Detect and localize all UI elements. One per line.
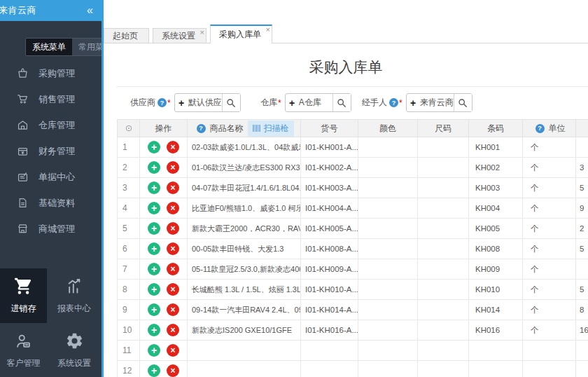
product-name-cell[interactable]: 01-06款汉兰达/凌志ES300 RX300... [188, 158, 301, 178]
delete-row-button[interactable]: × [167, 222, 179, 235]
delete-row-button[interactable]: × [167, 202, 179, 214]
size-cell[interactable] [418, 239, 469, 259]
sidebar-item[interactable]: 销售管理 [0, 86, 102, 112]
add-row-button[interactable]: + [148, 222, 160, 235]
barcode-cell[interactable]: KH004 [469, 198, 523, 219]
document-tab[interactable]: 系统设置 × [153, 28, 206, 43]
delete-row-button[interactable]: × [167, 263, 179, 275]
clipped-value-cell[interactable]: 16 [576, 320, 588, 341]
barcode-cell[interactable]: KH001 [469, 137, 523, 158]
item-code-cell[interactable]: I01-KH014-A... [301, 300, 358, 320]
size-cell[interactable] [418, 280, 469, 300]
product-name-cell[interactable]: 00-05款丰田特锐、大发1.3 [188, 239, 301, 259]
size-cell[interactable] [418, 300, 469, 320]
color-cell[interactable] [358, 239, 418, 259]
color-cell[interactable] [358, 259, 418, 280]
product-name-cell[interactable]: 05-11款皇冠2.5/3.0,新款凌志400/... [188, 259, 301, 280]
sidebar-item[interactable]: 单据中心 [0, 164, 102, 190]
product-name-cell[interactable]: 新款凌志IS200 GXE10/1GFE [188, 320, 301, 341]
size-cell[interactable] [418, 219, 469, 239]
delete-row-button[interactable]: × [167, 141, 179, 153]
add-row-button[interactable]: + [148, 141, 160, 153]
barcode-cell[interactable]: KH016 [469, 320, 523, 341]
color-cell[interactable] [358, 198, 418, 219]
item-code-cell[interactable]: I01-KH008-A... [301, 239, 358, 259]
item-code-cell[interactable]: I01-KH016-A... [301, 320, 358, 341]
unit-cell[interactable]: 个 [523, 320, 576, 341]
color-cell[interactable] [358, 178, 418, 198]
search-button[interactable] [454, 94, 472, 111]
barcode-cell[interactable]: KH003 [469, 178, 523, 198]
add-row-button[interactable]: + [148, 202, 160, 214]
help-icon[interactable]: ? [197, 124, 206, 133]
field-value[interactable]: A仓库 [299, 97, 332, 109]
item-code-cell[interactable]: I01-KH010-A... [301, 280, 358, 300]
barcode-cell[interactable]: KH014 [469, 300, 523, 320]
item-code-cell[interactable]: I01-KH003-A... [301, 178, 358, 198]
color-cell[interactable] [358, 280, 418, 300]
color-cell[interactable] [358, 320, 418, 341]
barcode-cell[interactable] [469, 341, 523, 361]
sidebar-tile[interactable]: 进销存 [0, 268, 47, 323]
add-row-button[interactable]: + [148, 161, 160, 174]
clipped-value-cell[interactable] [576, 137, 588, 158]
unit-cell[interactable]: 个 [523, 300, 576, 320]
document-tab[interactable]: 采购入库单 × [210, 25, 272, 43]
add-row-button[interactable]: + [148, 263, 160, 275]
clipped-value-cell[interactable]: 5 [576, 280, 588, 300]
size-cell[interactable] [418, 137, 469, 158]
help-icon[interactable]: ? [158, 98, 167, 107]
barcode-cell[interactable]: KH008 [469, 239, 523, 259]
unit-cell[interactable] [523, 361, 576, 377]
item-code-cell[interactable]: I01-KH005-A... [301, 219, 358, 239]
size-cell[interactable] [418, 341, 469, 361]
size-cell[interactable] [418, 158, 469, 178]
delete-row-button[interactable]: × [167, 303, 179, 316]
add-row-button[interactable]: + [148, 242, 160, 255]
add-entry-button[interactable]: + [286, 97, 299, 109]
clipped-value-cell[interactable] [576, 259, 588, 280]
help-icon[interactable]: ? [536, 124, 545, 133]
menu-mode-tab[interactable]: 系统菜单 [26, 39, 72, 55]
delete-row-button[interactable]: × [167, 181, 179, 194]
field-value[interactable]: 来肯云商 [420, 97, 454, 109]
color-cell[interactable] [358, 219, 418, 239]
collapse-sidebar-icon[interactable]: « [87, 5, 93, 16]
unit-cell[interactable]: 个 [523, 259, 576, 280]
size-cell[interactable] [418, 198, 469, 219]
size-cell[interactable] [418, 178, 469, 198]
sidebar-tile[interactable]: 系统设置 [47, 323, 102, 377]
close-tab-icon[interactable]: × [200, 29, 204, 36]
product-name-cell[interactable]: 新款大霸王2000，ACR30，RAV4... [188, 219, 301, 239]
close-tab-icon[interactable]: × [266, 26, 270, 34]
color-cell[interactable] [358, 137, 418, 158]
add-row-button[interactable]: + [148, 364, 160, 377]
barcode-cell[interactable]: KH009 [469, 259, 523, 280]
item-code-cell[interactable]: I01-KH009-A... [301, 259, 358, 280]
search-button[interactable] [332, 94, 351, 111]
clipped-value-cell[interactable]: 9 [576, 198, 588, 219]
delete-row-button[interactable]: × [167, 242, 179, 255]
clipped-value-cell[interactable]: 8 [576, 300, 588, 320]
unit-cell[interactable]: 个 [523, 280, 576, 300]
item-code-cell[interactable] [301, 361, 358, 377]
unit-cell[interactable]: 个 [523, 158, 576, 178]
product-name-cell[interactable]: 02-03款威姿1.0L/1.3L、04款威乐... [188, 137, 301, 158]
barcode-cell[interactable] [469, 361, 523, 377]
add-row-button[interactable]: + [148, 303, 160, 316]
menu-mode-tab[interactable]: 常用菜单 [72, 39, 102, 55]
unit-cell[interactable]: 个 [523, 178, 576, 198]
search-button[interactable] [222, 94, 240, 111]
sidebar-item[interactable]: 财务管理 [0, 138, 102, 164]
sidebar-tile[interactable]: 客户管理 [0, 323, 47, 377]
add-entry-button[interactable]: + [407, 97, 420, 109]
sidebar-item[interactable]: 商城管理 [0, 216, 102, 242]
product-name-cell[interactable]: 09-14款一汽丰田RAV4 2.4L、09-... [188, 300, 301, 320]
item-code-cell[interactable]: I01-KH001-A... [301, 137, 358, 158]
add-row-button[interactable]: + [148, 283, 160, 296]
clipped-value-cell[interactable]: 3 [576, 158, 588, 178]
delete-row-button[interactable]: × [167, 364, 179, 377]
barcode-cell[interactable]: KH002 [469, 158, 523, 178]
delete-row-button[interactable]: × [167, 324, 179, 336]
add-row-button[interactable]: + [148, 344, 160, 357]
